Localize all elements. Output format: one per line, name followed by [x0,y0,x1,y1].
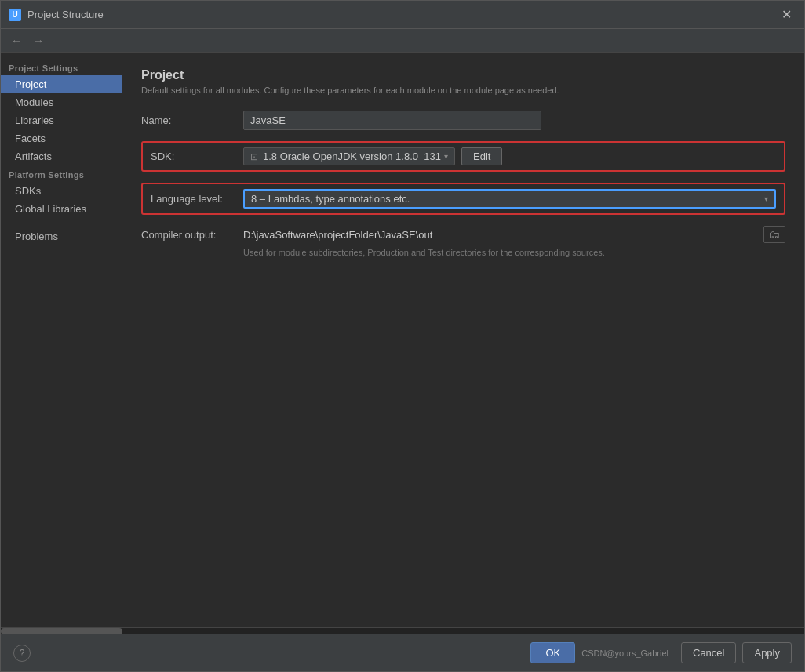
section-title: Project [141,68,785,82]
title-bar: U Project Structure ✕ [1,1,804,29]
compiler-output-label: Compiler output: [141,229,243,241]
main-panel: Project Default settings for all modules… [122,53,804,627]
sdk-icon: ⊡ [250,151,258,162]
close-button[interactable]: ✕ [777,5,796,24]
language-level-arrow-icon: ▾ [764,194,768,203]
name-input[interactable] [243,111,541,130]
sdk-dropdown-arrow-icon: ▾ [444,152,448,161]
app-icon: U [9,9,21,21]
sidebar-item-project[interactable]: Project [1,75,122,93]
section-desc: Default settings for all modules. Config… [141,85,785,95]
help-button[interactable]: ? [13,645,31,662]
compiler-browse-button[interactable]: 🗂 [763,226,785,243]
language-level-value: 8 – Lambdas, type annotations etc. [251,193,764,205]
language-level-label: Language level: [151,193,243,205]
sidebar-item-libraries[interactable]: Libraries [1,111,122,129]
sdk-dropdown[interactable]: ⊡ 1.8 Oracle OpenJDK version 1.8.0_131 ▾ [243,147,455,165]
sidebar-item-global-libraries[interactable]: Global Libraries [1,200,122,218]
sidebar-item-sdks[interactable]: SDKs [1,182,122,200]
compiler-output-path: D:\javaSoftware\projectFolder\JavaSE\out [243,229,757,241]
sidebar-item-facets[interactable]: Facets [1,129,122,147]
content-area: Project Settings Project Modules Librari… [1,53,804,627]
sdk-label: SDK: [151,151,243,162]
platform-settings-section-label: Platform Settings [1,165,122,182]
language-level-row: Language level: 8 – Lambdas, type annota… [141,183,785,215]
sidebar-item-artifacts[interactable]: Artifacts [1,147,122,165]
sidebar-item-problems[interactable]: Problems [1,227,122,245]
back-button[interactable]: ← [7,33,26,49]
forward-button[interactable]: → [29,33,48,49]
sdk-value: 1.8 Oracle OpenJDK version 1.8.0_131 [263,151,441,162]
ok-button[interactable]: OK [530,642,575,663]
project-settings-section-label: Project Settings [1,59,122,75]
footer-buttons: OK CSDN@yours_Gabriel Cancel Apply [530,642,792,663]
footer: ? OK CSDN@yours_Gabriel Cancel Apply [1,634,804,671]
name-row: Name: [141,111,785,130]
name-label: Name: [141,114,243,126]
cancel-button[interactable]: Cancel [681,642,736,663]
scrollbar-area [1,627,804,634]
sidebar: Project Settings Project Modules Librari… [1,53,122,627]
sidebar-item-modules[interactable]: Modules [1,93,122,111]
apply-button[interactable]: Apply [742,642,792,663]
dialog-title: Project Structure [27,9,777,20]
language-level-dropdown[interactable]: 8 – Lambdas, type annotations etc. ▾ [243,189,776,209]
project-structure-dialog: U Project Structure ✕ ← → Project Settin… [0,0,805,672]
sdk-edit-button[interactable]: Edit [461,147,502,165]
sdk-row: SDK: ⊡ 1.8 Oracle OpenJDK version 1.8.0_… [141,141,785,172]
nav-bar: ← → [1,29,804,53]
watermark-text: CSDN@yours_Gabriel [581,648,668,658]
compiler-output-row: Compiler output: D:\javaSoftware\project… [141,226,785,243]
compiler-output-hint: Used for module subdirectories, Producti… [243,248,785,257]
